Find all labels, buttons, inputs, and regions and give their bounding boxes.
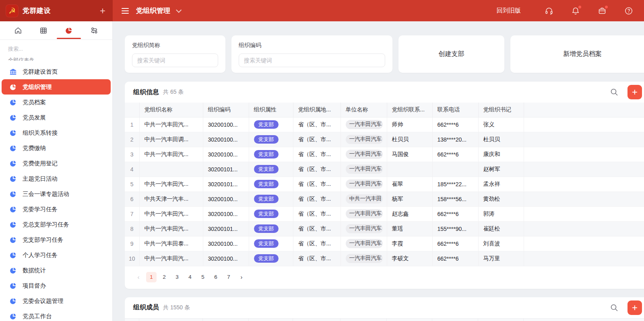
back-to-old-version-button[interactable]: 回到旧版 bbox=[486, 7, 521, 15]
sidebar-item[interactable]: 三会一课专题活动 bbox=[2, 186, 111, 202]
unit-tag: 一汽丰田汽车 bbox=[346, 254, 383, 263]
sidebar-item[interactable]: 个人学习任务 bbox=[2, 247, 111, 263]
sidebar-item[interactable]: 党员发展 bbox=[2, 110, 111, 125]
sidebar-item[interactable]: 组织关系转接 bbox=[2, 125, 111, 140]
sidebar-item[interactable]: 主题党日活动 bbox=[2, 171, 111, 186]
table-row[interactable]: 2 中共一汽丰田调... 30200100... 党支部 省（区、市... 一汽… bbox=[125, 132, 644, 147]
add-tab-button[interactable]: + bbox=[100, 6, 105, 16]
cell-org-region: 省（区、市... bbox=[293, 191, 341, 206]
unit-tag: 一汽丰田汽车 bbox=[346, 120, 383, 129]
sidebar-item[interactable]: 党总支部学习任务 bbox=[2, 217, 111, 232]
column-header-partial bbox=[203, 319, 249, 321]
column-header-partial bbox=[387, 319, 432, 321]
chevron-down-icon[interactable] bbox=[176, 7, 182, 12]
page-button[interactable]: 4 bbox=[185, 272, 195, 282]
back-to-old-version-label: 回到旧版 bbox=[497, 7, 521, 14]
page-button[interactable]: 7 bbox=[223, 272, 234, 282]
org-info-table: 党组织名称组织编码组织属性党组织属地...单位名称党组织联系...联系电话党组织… bbox=[125, 103, 644, 266]
notifications-button[interactable] bbox=[571, 6, 580, 16]
table-row[interactable]: 5 中共一汽丰田汽... 30200101... 党支部 省（区、市... 一汽… bbox=[125, 177, 644, 191]
cell-contact: 马国俊 bbox=[387, 147, 432, 162]
page-button[interactable]: 5 bbox=[198, 272, 208, 282]
sidebar-item[interactable]: 党群建设首页 bbox=[2, 64, 111, 79]
tab-dashboards[interactable] bbox=[57, 23, 81, 39]
table-row[interactable]: 10 中共一汽丰田汽... 30200100... 党支部 省（区、市... 一… bbox=[125, 251, 644, 266]
column-header: 党组织属地... bbox=[293, 103, 341, 117]
sidebar-item-label: 党费使用登记 bbox=[23, 160, 58, 167]
help-button[interactable] bbox=[624, 6, 634, 16]
support-button[interactable] bbox=[544, 6, 554, 16]
unit-tag: 中共一汽丰田 bbox=[346, 194, 383, 204]
pie-icon bbox=[9, 190, 17, 198]
cell-org-code: 30200100... bbox=[203, 251, 249, 266]
cell-org-name: 中共一汽丰田汽... bbox=[139, 117, 203, 132]
table-row[interactable]: 7 中共一汽丰田汽... 30200100... 党支部 省（区、市... 一汽… bbox=[125, 206, 644, 221]
sidebar-item[interactable]: 党费缴纳 bbox=[2, 140, 111, 156]
page-title[interactable]: 党组织管理 bbox=[136, 6, 170, 15]
page-button[interactable]: 2 bbox=[159, 272, 169, 282]
table-row[interactable]: 1 中共一汽丰田汽... 30200100... 党支部 省（区、市... 一汽… bbox=[125, 117, 644, 132]
table-row[interactable]: 8 中共一汽丰田汽... 30200101... 党支部 省（区、市... 一汽… bbox=[125, 221, 644, 236]
sidebar-item[interactable]: 党员工作台 bbox=[2, 309, 111, 321]
search-icon[interactable] bbox=[610, 88, 619, 97]
table-row[interactable]: 6 中共天津一汽丰... 30200100... 党支部 省（区、市... 中共… bbox=[125, 191, 644, 206]
cell-empty bbox=[524, 147, 644, 162]
search-icon[interactable] bbox=[610, 303, 619, 312]
org-members-count: 共 1550 条 bbox=[163, 304, 190, 311]
page-button[interactable]: 3 bbox=[172, 272, 182, 282]
cell-org-region: 省（区、市... bbox=[293, 251, 341, 266]
sidebar-item[interactable]: 党员档案 bbox=[2, 95, 111, 110]
cell-org-attr: 党支部 bbox=[249, 132, 293, 147]
sidebar-item[interactable]: 党支部学习任务 bbox=[2, 232, 111, 247]
sidebar-item[interactable]: 党委会议题管理 bbox=[2, 293, 111, 309]
tab-home[interactable] bbox=[6, 23, 30, 39]
page-button[interactable]: 1 bbox=[146, 272, 157, 282]
column-header-partial bbox=[432, 319, 478, 321]
cell-row-number: 4 bbox=[125, 162, 139, 177]
filter-search-input[interactable] bbox=[239, 54, 385, 67]
menu-icon[interactable] bbox=[122, 8, 129, 14]
unit-tag: 一汽丰田汽车 bbox=[346, 209, 383, 218]
sidebar-item-label: 党员档案 bbox=[23, 99, 46, 106]
sidebar-item-label: 组织关系转接 bbox=[23, 129, 58, 137]
filter-search-input[interactable] bbox=[132, 54, 218, 67]
cell-unit-name: 一汽丰田汽车 bbox=[341, 117, 387, 132]
add-member-button[interactable]: + bbox=[627, 300, 642, 315]
column-header: 组织属性 bbox=[249, 103, 293, 117]
table-row[interactable]: 4 30200101... 党支部 省（区、市... 一汽丰田汽车 赵树军 bbox=[125, 162, 644, 177]
table-row[interactable]: 9 中共一汽丰田泰... 30200100... 党支部 省（区、市... 一汽… bbox=[125, 236, 644, 251]
cell-phone: 662****6 bbox=[432, 147, 478, 162]
cell-org-code: 30200100... bbox=[203, 191, 249, 206]
cell-empty bbox=[524, 206, 644, 221]
create-branch-button[interactable]: 创建支部 bbox=[398, 35, 504, 73]
main-content: 党组织简称组织编码创建支部新增党员档案 组织信息 共 65 条 + 党组织名称组… bbox=[113, 21, 644, 321]
prev-page-button[interactable]: ‹ bbox=[133, 272, 144, 282]
sidebar-item[interactable]: 党费使用登记 bbox=[2, 156, 111, 171]
cell-org-region: 省（区、市... bbox=[293, 221, 341, 236]
tab-workflows[interactable] bbox=[82, 23, 106, 39]
table-header-row: 党组织名称组织编码组织属性党组织属地...单位名称党组织联系...联系电话党组织… bbox=[125, 103, 644, 117]
cell-secretary: 赵树军 bbox=[478, 162, 524, 177]
grid-icon bbox=[39, 27, 47, 35]
column-header: 党组织书记 bbox=[478, 103, 524, 117]
unit-tag: 一汽丰田汽车 bbox=[346, 150, 383, 159]
sidebar-item-label: 项目督办 bbox=[23, 282, 46, 290]
sidebar-item[interactable]: 项目督办 bbox=[2, 278, 111, 293]
cell-unit-name: 一汽丰田汽车 bbox=[341, 206, 387, 221]
add-organization-button[interactable]: + bbox=[627, 85, 642, 99]
page-button[interactable]: 6 bbox=[211, 272, 221, 282]
sidebar-item[interactable]: 数据统计 bbox=[2, 263, 111, 278]
cell-org-attr: 党支部 bbox=[249, 162, 293, 177]
notification-badge bbox=[578, 6, 581, 8]
cell-org-attr: 党支部 bbox=[249, 147, 293, 162]
add-member-archive-button[interactable]: 新增党员档案 bbox=[510, 35, 644, 73]
sidebar-item-label: 党群建设首页 bbox=[23, 68, 58, 76]
next-page-button[interactable]: › bbox=[236, 272, 247, 282]
sidebar-item[interactable]: 党组织管理 bbox=[2, 79, 111, 95]
sidebar-search-input[interactable]: 搜索... bbox=[0, 40, 112, 54]
tab-tables[interactable] bbox=[31, 23, 56, 39]
sidebar-item[interactable]: 党委学习任务 bbox=[2, 202, 111, 217]
workspace-button[interactable] bbox=[597, 6, 607, 16]
cell-phone: 662****6 bbox=[432, 236, 478, 251]
table-row[interactable]: 3 中共一汽丰田汽... 30200100... 党支部 省（区、市... 一汽… bbox=[125, 147, 644, 162]
